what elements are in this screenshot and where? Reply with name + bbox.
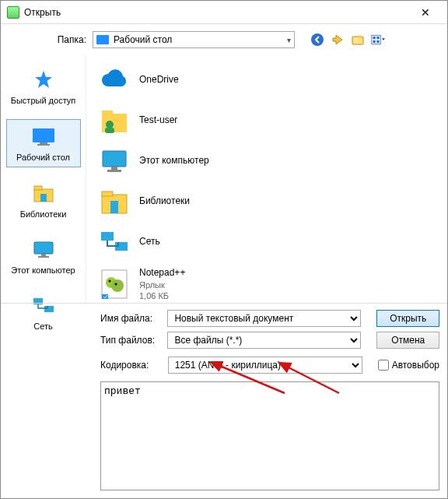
sidebar-item-quick-access[interactable]: Быстрый доступ xyxy=(6,63,81,110)
file-item-onedrive[interactable]: OneDrive xyxy=(86,60,447,100)
pc-icon xyxy=(31,237,56,262)
file-item-libraries[interactable]: Библиотеки xyxy=(86,181,447,222)
places-sidebar: Быстрый доступ Рабочий стол Библиотеки Э… xyxy=(1,55,86,303)
back-button[interactable] xyxy=(310,33,324,47)
cloud-icon xyxy=(99,65,130,96)
file-item-network[interactable]: Сеть xyxy=(86,222,447,262)
svg-point-20 xyxy=(106,121,114,128)
svg-rect-5 xyxy=(373,40,375,43)
libraries-icon xyxy=(99,186,130,217)
sidebar-item-this-pc[interactable]: Этот компьютер xyxy=(6,233,81,279)
file-list[interactable]: OneDrive Test-user Этот компьютер Библио… xyxy=(86,55,447,303)
network-icon xyxy=(99,227,130,258)
svg-rect-7 xyxy=(33,128,54,142)
titlebar: Открыть ✕ xyxy=(1,1,447,24)
preview-text[interactable] xyxy=(101,382,439,490)
svg-rect-26 xyxy=(102,192,113,196)
window-title: Открыть xyxy=(24,7,410,18)
app-icon xyxy=(7,6,19,19)
filename-label: Имя файла: xyxy=(100,313,159,324)
main-area: Быстрый доступ Рабочий стол Библиотеки Э… xyxy=(1,55,447,303)
svg-rect-8 xyxy=(40,142,47,144)
sidebar-item-libraries[interactable]: Библиотеки xyxy=(6,177,81,223)
desktop-icon xyxy=(96,35,109,44)
folder-label: Папка: xyxy=(47,34,86,45)
svg-rect-12 xyxy=(40,194,47,202)
folder-dropdown[interactable]: Рабочий стол ▾ xyxy=(93,31,295,48)
user-folder-icon xyxy=(99,105,130,136)
svg-rect-9 xyxy=(37,144,50,146)
open-button[interactable]: Открыть xyxy=(376,310,439,327)
cancel-button[interactable]: Отмена xyxy=(376,332,439,349)
file-item-notepadpp[interactable]: Notepad++ Ярлык 1,06 КБ xyxy=(86,262,447,303)
svg-rect-27 xyxy=(110,201,118,213)
svg-point-0 xyxy=(311,33,324,46)
folder-value: Рабочий стол xyxy=(114,34,172,45)
filetype-label: Тип файлов: xyxy=(100,335,159,346)
notepadpp-icon xyxy=(99,269,130,300)
new-folder-button[interactable] xyxy=(351,33,365,47)
bottom-panel: Имя файла: Новый текстовый документ Откр… xyxy=(1,304,447,498)
svg-point-33 xyxy=(109,280,111,283)
desktop-icon xyxy=(31,125,56,149)
svg-rect-3 xyxy=(373,37,375,39)
up-button[interactable] xyxy=(331,33,345,47)
file-item-this-pc[interactable]: Этот компьютер xyxy=(86,141,447,181)
pc-icon xyxy=(99,146,130,177)
svg-rect-14 xyxy=(41,254,46,256)
svg-rect-24 xyxy=(107,170,121,172)
svg-point-34 xyxy=(115,283,117,286)
open-dialog: Открыть ✕ Папка: Рабочий стол ▾ xyxy=(0,0,448,499)
svg-rect-19 xyxy=(102,111,113,115)
libraries-icon xyxy=(31,181,56,206)
preview-pane xyxy=(100,381,439,490)
encoding-dropdown[interactable]: 1251 (ANSI - кириллица) xyxy=(168,357,362,374)
svg-rect-15 xyxy=(38,256,49,258)
svg-rect-4 xyxy=(376,37,379,39)
svg-rect-23 xyxy=(111,167,117,170)
auto-checkbox[interactable]: Автовыбор xyxy=(378,360,439,371)
svg-rect-11 xyxy=(34,186,42,190)
svg-rect-13 xyxy=(34,242,53,254)
file-item-user[interactable]: Test-user xyxy=(86,100,447,141)
view-menu-button[interactable] xyxy=(371,33,385,47)
encoding-label: Кодировка: xyxy=(100,360,160,371)
close-button[interactable]: ✕ xyxy=(410,1,441,23)
star-icon xyxy=(31,68,56,93)
filename-input[interactable]: Новый текстовый документ xyxy=(167,310,361,327)
auto-checkbox-input[interactable] xyxy=(378,360,389,371)
folder-bar: Папка: Рабочий стол ▾ xyxy=(1,24,447,55)
toolbar xyxy=(310,33,385,47)
svg-rect-6 xyxy=(376,40,379,43)
chevron-down-icon: ▾ xyxy=(287,36,291,44)
svg-rect-28 xyxy=(101,232,114,241)
svg-rect-22 xyxy=(103,151,126,167)
sidebar-item-desktop[interactable]: Рабочий стол xyxy=(6,119,81,167)
filetype-dropdown[interactable]: Все файлы (*.*) xyxy=(167,332,361,349)
svg-rect-21 xyxy=(105,128,114,133)
svg-point-32 xyxy=(111,279,124,292)
